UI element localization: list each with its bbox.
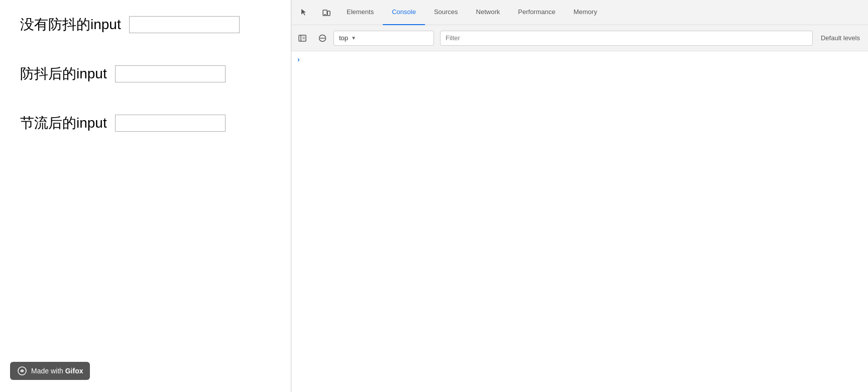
tab-sources[interactable]: Sources — [425, 0, 467, 25]
input-row-3: 节流后的input — [20, 114, 271, 133]
tab-console[interactable]: Console — [383, 0, 425, 25]
device-toggle-button[interactable] — [315, 0, 338, 25]
console-chevron[interactable]: › — [291, 54, 868, 64]
tab-performance[interactable]: Performance — [509, 0, 564, 25]
clear-icon — [318, 34, 327, 42]
left-panel: 没有防抖的input 防抖后的input 节流后的input Made with… — [0, 0, 291, 392]
tab-network[interactable]: Network — [467, 0, 509, 25]
no-debounce-input[interactable] — [129, 16, 240, 33]
device-icon — [322, 8, 331, 17]
context-dropdown-arrow: ▼ — [351, 35, 356, 41]
tab-memory[interactable]: Memory — [565, 0, 606, 25]
inspect-element-button[interactable] — [293, 0, 315, 25]
devtools-panel: Elements Console Sources Network Perform… — [291, 0, 868, 392]
sidebar-icon — [298, 34, 306, 42]
devtools-toolbar: Elements Console Sources Network Perform… — [291, 0, 868, 25]
svg-rect-4 — [299, 35, 306, 41]
input-label-3: 节流后的input — [20, 114, 107, 133]
tab-elements[interactable]: Elements — [338, 0, 383, 25]
gifox-badge-text: Made with Gifox — [31, 367, 83, 375]
debounce-input[interactable] — [115, 65, 226, 82]
svg-rect-2 — [328, 11, 330, 16]
console-toolbar: top ▼ Default levels — [291, 25, 868, 51]
input-label-1: 没有防抖的input — [20, 15, 121, 34]
input-label-2: 防抖后的input — [20, 64, 107, 83]
gifox-icon — [17, 366, 27, 376]
input-row-1: 没有防抖的input — [20, 15, 271, 34]
console-filter-input[interactable] — [440, 31, 813, 46]
cursor-icon — [300, 8, 309, 17]
throttle-input[interactable] — [115, 115, 226, 132]
console-content: › — [291, 51, 868, 392]
default-levels-label: Default levels — [815, 34, 866, 42]
context-selector[interactable]: top ▼ — [334, 31, 434, 46]
input-row-2: 防抖后的input — [20, 64, 271, 83]
gifox-badge: Made with Gifox — [10, 362, 90, 380]
context-value: top — [339, 34, 348, 42]
sidebar-toggle-button[interactable] — [293, 29, 311, 47]
clear-console-button[interactable] — [313, 29, 332, 47]
